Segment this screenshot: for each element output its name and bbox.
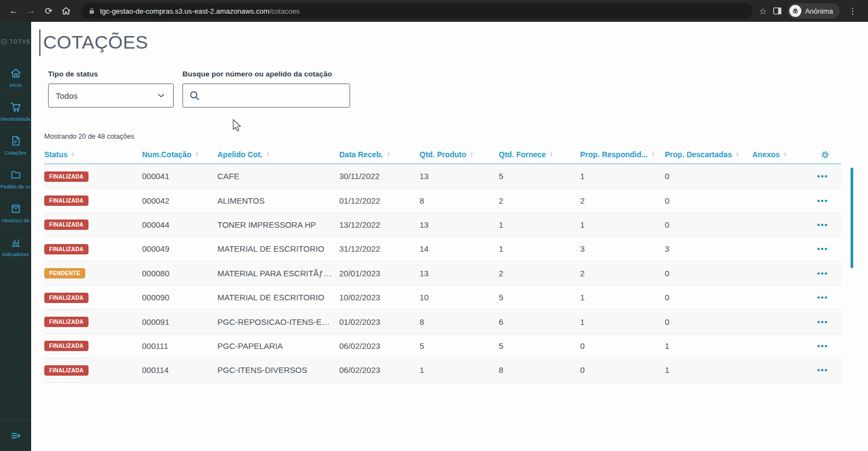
column-header-status[interactable]: Status▲▼ [44, 150, 142, 159]
sidebar-item-necessidade[interactable]: Necessidade [0, 93, 31, 127]
cell-data-receb: 20/01/2023 [339, 269, 420, 278]
column-header-anexos[interactable]: Anexos▲▼ [752, 150, 808, 159]
row-actions-button[interactable]: ••• [817, 365, 828, 375]
table-row[interactable]: FINALIZADA 000044 TONER IMPRESSORA HP 13… [44, 213, 841, 237]
search-input[interactable] [205, 91, 344, 101]
cell-qtd-fornece: 5 [499, 293, 580, 302]
sidebar-item-label: Cotações [4, 150, 26, 156]
row-actions-button[interactable]: ••• [817, 269, 828, 278]
sort-icon[interactable]: ▲▼ [266, 152, 269, 157]
cell-data-receb: 30/11/2022 [339, 171, 420, 181]
sort-icon[interactable]: ▲▼ [652, 152, 655, 157]
column-header-data-receb[interactable]: Data Receb.▲▼ [339, 150, 420, 159]
results-summary: Mostrando 20 de 48 cotações [44, 133, 868, 140]
table-row[interactable]: FINALIZADA 000111 PGC-PAPELARIA 06/02/20… [44, 334, 841, 358]
cell-prop-descartadas: 0 [665, 317, 752, 327]
cell-prop-descartadas: 0 [665, 220, 752, 229]
status-filter-select[interactable]: Todos [48, 84, 174, 108]
totvs-logo-icon [1, 38, 8, 45]
cell-prop-descartadas: 1 [665, 341, 752, 351]
gear-icon [820, 150, 830, 159]
cell-prop-respondidas: 2 [580, 269, 665, 278]
cell-prop-descartadas: 0 [665, 269, 752, 278]
column-header-qtd-produto[interactable]: Qtd. Produto▲▼ [420, 150, 499, 159]
sort-icon[interactable]: ▲▼ [387, 152, 390, 157]
sidebar-item-historico[interactable]: Histórico de [0, 195, 31, 229]
browser-home-button[interactable] [58, 3, 74, 19]
row-actions-button[interactable]: ••• [817, 244, 828, 253]
cell-apelido: TONER IMPRESSORA HP [217, 220, 339, 229]
home-icon [10, 67, 22, 79]
table-row[interactable]: PENDENTE 000080 MATERIAL PARA ESCRITÃƒâ€… [44, 262, 841, 286]
sort-icon[interactable]: ▲▼ [736, 152, 739, 157]
sidebar-item-pedido[interactable]: Pedido de cc [0, 161, 31, 195]
table-row[interactable]: FINALIZADA 000114 PGC-ITENS-DIVERSOS 06/… [44, 358, 841, 382]
sidebar-item-cotacoes[interactable]: Cotações [0, 127, 31, 161]
browser-forward-button[interactable]: → [23, 3, 39, 19]
cell-apelido: CAFE [217, 171, 339, 181]
cell-prop-descartadas: 0 [665, 293, 752, 302]
sort-icon[interactable]: ▲▼ [470, 152, 474, 157]
cell-prop-descartadas: 0 [665, 196, 752, 205]
cell-actions: ••• [808, 365, 841, 375]
column-header-num-cotacao[interactable]: Num.Cotação▲▼ [142, 150, 217, 159]
incognito-profile-badge[interactable]: Anônima [788, 3, 840, 19]
row-actions-button[interactable]: ••• [817, 341, 828, 351]
cell-prop-respondidas: 1 [580, 171, 665, 181]
table-scrollbar[interactable] [851, 168, 853, 268]
column-header-prop-descartadas[interactable]: Prop. Descartadas▲▼ [665, 150, 752, 159]
sidebar-item-label: Pedido de cc [1, 183, 31, 189]
totvs-logo: TOTVS [0, 28, 31, 55]
browser-menu-icon[interactable]: ⋮ [845, 6, 860, 16]
bookmark-star-icon[interactable]: ☆ [759, 6, 766, 16]
table-row[interactable]: FINALIZADA 000042 ALIMENTOS 01/12/2022 8… [44, 188, 841, 212]
screen: { "browser": { "url_host": "tgc-gestao-d… [0, 0, 868, 451]
table-row[interactable]: FINALIZADA 000090 MATERIAL DE ESCRITORIO… [44, 286, 841, 310]
side-panel-icon[interactable] [772, 6, 782, 16]
cell-prop-descartadas: 0 [665, 171, 752, 181]
column-header-apelido[interactable]: Apelido Cot.▲▼ [217, 150, 339, 159]
row-actions-button[interactable]: ••• [817, 317, 828, 327]
browser-back-button[interactable]: ← [5, 3, 22, 19]
row-actions-button[interactable]: ••• [817, 171, 828, 181]
cell-num-cotacao: 000111 [142, 341, 217, 351]
sort-icon[interactable]: ▲▼ [784, 152, 787, 157]
column-header-qtd-fornece[interactable]: Qtd. Fornece▲▼ [499, 150, 580, 159]
cell-num-cotacao: 000041 [142, 171, 217, 181]
sidebar-item-indicadores[interactable]: Indicadores [0, 229, 31, 263]
table-settings-button[interactable] [808, 150, 841, 159]
document-icon [10, 135, 22, 147]
cell-qtd-produto: 8 [420, 196, 499, 205]
browser-reload-button[interactable]: ⟳ [40, 3, 57, 19]
status-filter: Tipo de status Todos [48, 70, 174, 108]
cell-prop-descartadas: 1 [665, 365, 752, 375]
status-badge: FINALIZADA [44, 219, 88, 230]
sort-icon[interactable]: ▲▼ [550, 152, 553, 157]
url-text: tgc-gestao-de-compras.s3.us-east-2.amazo… [100, 7, 300, 15]
table-row[interactable]: FINALIZADA 000049 MATERIAL DE ESCRITORIO… [44, 237, 841, 261]
table-row[interactable]: FINALIZADA 000091 PGC-REPOSICAO-ITENS-ES… [44, 310, 841, 334]
sidebar-item-inicio[interactable]: Início [0, 60, 31, 93]
sidebar-expand-button[interactable] [0, 420, 31, 451]
cell-qtd-fornece: 1 [499, 220, 580, 229]
table-row[interactable]: FINALIZADA 000041 CAFE 30/11/2022 13 5 1… [44, 164, 841, 188]
row-actions-button[interactable]: ••• [817, 220, 828, 229]
sort-icon[interactable]: ▲▼ [72, 152, 75, 157]
cell-prop-respondidas: 0 [580, 365, 665, 375]
cell-qtd-fornece: 5 [499, 341, 580, 351]
address-bar[interactable]: tgc-gestao-de-compras.s3.us-east-2.amazo… [81, 3, 752, 19]
cell-status: FINALIZADA [44, 316, 142, 327]
column-header-prop-respondidas[interactable]: Prop. Respondid...▲▼ [580, 150, 665, 159]
cell-actions: ••• [808, 317, 841, 327]
row-actions-button[interactable]: ••• [817, 196, 828, 205]
url-host: tgc-gestao-de-compras.s3.us-east-2.amazo… [100, 7, 269, 15]
cell-qtd-produto: 14 [420, 244, 499, 253]
cell-prop-respondidas: 1 [580, 317, 665, 327]
status-filter-label: Tipo de status [48, 70, 174, 78]
cell-qtd-fornece: 5 [499, 171, 580, 181]
row-actions-button[interactable]: ••• [817, 293, 828, 302]
cell-qtd-produto: 13 [420, 269, 499, 278]
sidebar-item-label: Indicadores [2, 251, 29, 257]
sort-icon[interactable]: ▲▼ [195, 152, 198, 157]
cell-apelido: MATERIAL DE ESCRITORIO [217, 244, 339, 253]
